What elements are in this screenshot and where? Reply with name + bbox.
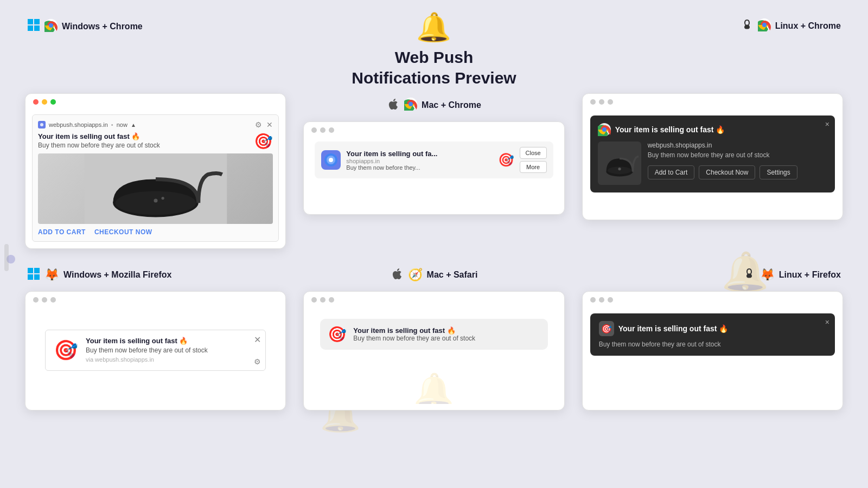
wf-dot-1 — [33, 297, 39, 303]
win-firefox-label: Windows + Mozilla Firefox — [63, 270, 171, 280]
more-button[interactable]: More — [520, 161, 547, 173]
linux-chrome-notif-title: Your item is selling out fast 🔥 — [615, 125, 725, 134]
ms-dot-2 — [320, 297, 326, 303]
chrome-icon-mac — [404, 98, 417, 113]
add-to-cart-button[interactable]: ADD TO CART — [38, 228, 86, 236]
windows-icon — [27, 18, 40, 35]
linux-icon-ff — [743, 267, 756, 282]
linux-ff-notif-title: Your item is selling out fast 🔥 — [618, 324, 729, 333]
win-firefox-header: 🦊 Windows + Mozilla Firefox — [16, 260, 295, 291]
mac-icon-safari — [391, 267, 404, 282]
traffic-dot-1 — [311, 127, 317, 133]
mac-safari-deco-bell: 🔔 — [413, 371, 454, 404]
windows-icon-ff — [27, 267, 40, 282]
firefox-icon-linux: 🦊 — [760, 268, 775, 282]
lf-dot-2 — [599, 297, 604, 303]
notif-title: Your item is selling out fast 🔥 — [38, 132, 250, 140]
ff-win-via: via webpush.shopiapps.in — [86, 356, 259, 363]
source-favicon — [38, 121, 46, 129]
svg-rect-1 — [34, 19, 40, 24]
svg-rect-0 — [28, 19, 33, 24]
traffic-green[interactable] — [50, 99, 56, 105]
win-firefox-titlebar — [25, 292, 285, 308]
mac-safari-header: 🧭 Mac + Safari — [295, 260, 573, 291]
traffic-dot-2 — [320, 127, 326, 133]
svg-point-12 — [115, 191, 196, 215]
svg-point-9 — [40, 123, 43, 126]
linux-firefox-section: × 🎯 Your item is selling out fast 🔥 Buy … — [573, 291, 852, 416]
linux-ff-body: Buy them now before they are out of stoc… — [599, 341, 826, 348]
chrome-icon-win — [44, 19, 58, 34]
linux-chrome-text: webpush.shopiapps.in Buy them now before… — [648, 142, 827, 185]
mac-safari-app-icon: 🎯 — [328, 325, 347, 343]
linux-firefox-label: Linux + Firefox — [779, 270, 841, 280]
linux-firefox-notification: × 🎯 Your item is selling out fast 🔥 Buy … — [590, 313, 835, 356]
mac-safari-body: Buy them now before they are out of stoc… — [353, 335, 475, 342]
mac-chrome-titlebar — [304, 122, 564, 138]
linux-chrome-window: × Your item is selling out fast 🔥 — [582, 93, 843, 220]
win-firefox-content: 🎯 Your item is selling out fast 🔥 Buy th… — [25, 308, 285, 380]
notif-source: webpush.shopiapps.in • now ▲ — [38, 121, 136, 129]
lc-dot-2 — [599, 99, 604, 105]
mac-safari-title: Your item is selling out fast 🔥 — [353, 326, 475, 335]
lf-dot-1 — [590, 297, 596, 303]
linux-checkout-button[interactable]: Checkout Now — [699, 165, 755, 179]
notif-product-image — [38, 153, 273, 224]
win-chrome-header: Windows + Chrome — [16, 11, 295, 93]
bell-icon: 🔔 — [416, 11, 451, 44]
close-button[interactable]: Close — [520, 147, 547, 159]
ff-win-title: Your item is selling out fast 🔥 — [86, 337, 259, 345]
lf-dot-3 — [608, 297, 613, 303]
win-chrome-notification: webpush.shopiapps.in • now ▲ ⚙ ✕ Your it… — [32, 114, 279, 242]
svg-rect-3 — [34, 25, 40, 31]
linux-chrome-label: Linux + Chrome — [775, 21, 841, 31]
win-chrome-titlebar — [25, 94, 285, 110]
mac-safari-label: Mac + Safari — [427, 270, 478, 280]
mac-safari-titlebar — [304, 292, 564, 308]
mac-chrome-notif-title: Your item is selling out fa... — [346, 150, 492, 158]
win-chrome-section: webpush.shopiapps.in • now ▲ ⚙ ✕ Your it… — [16, 93, 295, 254]
linux-chrome-body: Buy them now before they are out of stoc… — [648, 151, 827, 159]
linux-ff-close-icon[interactable]: × — [825, 318, 829, 326]
safari-icon: 🧭 — [408, 268, 423, 282]
svg-rect-27 — [34, 268, 40, 273]
pan-image-svg — [80, 153, 232, 224]
gear-icon[interactable]: ⚙ — [255, 120, 262, 129]
linux-ff-app-icon: 🎯 — [599, 321, 614, 336]
ms-dot-1 — [311, 297, 317, 303]
ff-win-app-icon: 🎯 — [52, 337, 79, 364]
svg-rect-26 — [28, 268, 33, 273]
svg-point-14 — [161, 197, 164, 200]
chrome-icon-linux — [758, 18, 771, 34]
mac-safari-notification: 🎯 Your item is selling out fast 🔥 Buy th… — [320, 319, 547, 350]
traffic-yellow[interactable] — [42, 99, 47, 105]
svg-point-25 — [618, 168, 621, 170]
linux-chrome-titlebar — [583, 94, 843, 110]
page-title: Web Push Notifications Preview — [352, 47, 516, 88]
ff-win-close-icon[interactable]: ✕ — [254, 335, 261, 345]
traffic-dot-3 — [329, 127, 334, 133]
lc-dot-3 — [608, 99, 613, 105]
traffic-red[interactable] — [33, 99, 39, 105]
ff-win-gear-icon[interactable]: ⚙ — [254, 357, 261, 366]
wf-dot-3 — [50, 297, 56, 303]
linux-add-cart-button[interactable]: Add to Cart — [648, 165, 695, 179]
linux-icon — [741, 18, 754, 34]
checkout-now-button[interactable]: CHECKOUT NOW — [94, 228, 152, 236]
linux-chrome-close-icon[interactable]: × — [825, 120, 829, 129]
svg-rect-29 — [34, 274, 40, 280]
mac-chrome-section: Mac + Chrome Your item is selli — [295, 93, 573, 254]
mac-chrome-label: Mac + Chrome — [422, 100, 481, 110]
notif-button-row: ADD TO CART CHECKOUT NOW — [38, 228, 273, 236]
svg-point-21 — [602, 127, 607, 132]
mac-safari-content: 🎯 Your item is selling out fast 🔥 Buy th… — [304, 308, 564, 361]
close-icon[interactable]: ✕ — [266, 120, 273, 129]
svg-point-5 — [49, 23, 53, 28]
lc-dot-1 — [590, 99, 596, 105]
page-header: 🔔 Web Push Notifications Preview — [295, 11, 573, 93]
mac-chrome-content: Your item is selling out fa... shopiapps… — [346, 150, 492, 171]
linux-firefox-header: 🦊 Linux + Firefox — [573, 260, 852, 291]
linux-chrome-source: webpush.shopiapps.in — [648, 142, 827, 149]
linux-settings-button[interactable]: Settings — [760, 165, 797, 179]
mac-chrome-body: Buy them now before they... — [346, 164, 492, 171]
